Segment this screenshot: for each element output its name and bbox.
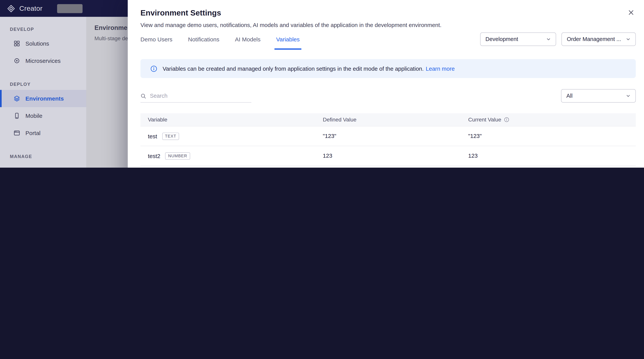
column-header-current-value: Current Value	[468, 117, 636, 123]
modal-header: Environment Settings View and manage dem…	[128, 0, 644, 28]
microservices-icon	[14, 57, 20, 64]
column-header-defined-value: Defined Value	[323, 117, 468, 123]
sidebar-item-label: Microservices	[26, 57, 60, 64]
sidebar-sections: DEVELOPSolutionsMicroservicesDEPLOYEnvir…	[0, 27, 86, 167]
environment-dropdown-value: Development	[486, 36, 518, 42]
creator-logo-icon	[7, 4, 15, 13]
application-dropdown[interactable]: Order Management ...	[562, 32, 636, 46]
layers-icon	[14, 95, 20, 102]
chevron-down-icon	[546, 37, 551, 41]
variables-table: Variable Defined Value Current Value tes…	[140, 113, 636, 167]
header-dropdowns: Development Order Management ...	[480, 32, 636, 46]
column-header-variable: Variable	[140, 117, 323, 123]
variable-name: test	[148, 133, 157, 139]
info-circle-icon	[150, 65, 157, 72]
sidebar-item-microservices[interactable]: Microservices	[0, 52, 86, 69]
current-value: 123	[468, 153, 636, 159]
sidebar-item-solutions[interactable]: Solutions	[0, 35, 86, 52]
mobile-icon	[14, 112, 20, 119]
tab-notifications[interactable]: Notifications	[188, 36, 219, 50]
modal-subtitle: View and manage demo users, notification…	[140, 22, 631, 28]
sidebar-section-title-deploy: DEPLOY	[10, 82, 86, 87]
tabs: Demo UsersNotificationsAI ModelsVariable…	[140, 32, 300, 50]
sidebar-item-mobile[interactable]: Mobile	[0, 107, 86, 124]
tab-ai-models[interactable]: AI Models	[235, 36, 260, 50]
filter-dropdown-value: All	[566, 93, 572, 99]
type-badge: NUMBER	[165, 152, 190, 160]
tab-demo-users[interactable]: Demo Users	[140, 36, 172, 50]
sidebar-section-title-develop: DEVELOP	[10, 27, 86, 32]
portal-icon	[14, 130, 20, 136]
environment-dropdown[interactable]: Development	[480, 32, 556, 46]
variable-name: test2	[148, 152, 160, 159]
defined-value: "123"	[323, 133, 468, 139]
chevron-down-icon	[626, 94, 630, 98]
type-badge: TEXT	[162, 132, 179, 140]
search-box[interactable]	[140, 93, 252, 102]
search-input[interactable]	[150, 93, 251, 99]
toolbar: All	[140, 89, 636, 103]
table-header: Variable Defined Value Current Value	[140, 113, 636, 126]
learn-more-link[interactable]: Learn more	[426, 65, 455, 72]
application-dropdown-value: Order Management ...	[567, 36, 621, 42]
filter-dropdown[interactable]: All	[561, 89, 636, 103]
tab-variables[interactable]: Variables	[276, 36, 300, 50]
environment-settings-modal: Environment Settings View and manage dem…	[128, 0, 644, 168]
table-row-test2[interactable]: test2NUMBER123123	[140, 146, 636, 166]
close-icon[interactable]	[628, 9, 634, 15]
table-body: testTEXT"123""123"test2NUMBER123123Branc…	[140, 126, 636, 168]
column-header-current-value-label: Current Value	[468, 117, 501, 123]
info-banner: Variables can be created and managed onl…	[140, 59, 636, 78]
info-banner-text: Variables can be created and managed onl…	[163, 65, 424, 72]
sidebar-item-label: Mobile	[26, 112, 42, 119]
sidebar-section-title-manage: MANAGE	[10, 154, 86, 159]
grid-icon	[14, 40, 20, 47]
sidebar-item-portal[interactable]: Portal	[0, 124, 86, 142]
chevron-down-icon	[626, 37, 630, 41]
tabs-row: Demo UsersNotificationsAI ModelsVariable…	[128, 28, 644, 50]
search-icon	[140, 93, 146, 99]
sidebar: DEVELOPSolutionsMicroservicesDEPLOYEnvir…	[0, 17, 86, 168]
sidebar-item-label: Solutions	[26, 40, 49, 47]
modal-title: Environment Settings	[140, 9, 631, 18]
sidebar-item-environments[interactable]: Environments	[0, 90, 86, 107]
table-row-test[interactable]: testTEXT"123""123"	[140, 126, 636, 146]
brand-name: Creator	[19, 4, 42, 12]
current-value: "123"	[468, 133, 636, 139]
screen: Creator DEVELOPSolutionsMicroservicesDEP…	[0, 0, 644, 168]
sidebar-item-label: Portal	[26, 130, 40, 136]
sidebar-item-users[interactable]: Users	[0, 162, 86, 167]
sidebar-item-label: Environments	[26, 95, 64, 102]
defined-value: 123	[323, 153, 468, 159]
redacted-workspace-name	[57, 4, 83, 13]
table-section-row-branch-details: Branch_Details	[140, 166, 636, 168]
info-circle-icon[interactable]	[504, 117, 510, 122]
